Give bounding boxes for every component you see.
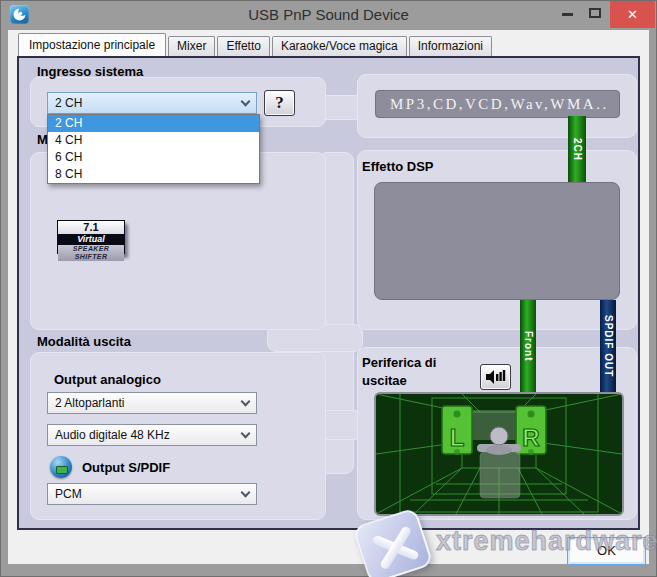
shifter-line1: 7.1: [58, 221, 124, 234]
close-icon[interactable]: ✕: [610, 1, 655, 28]
tab-informazioni[interactable]: Informazioni: [409, 36, 492, 56]
tab-mixer[interactable]: Mixer: [168, 36, 215, 56]
left-speaker: L: [442, 406, 472, 455]
ribbon-spdif-out: SPDIF OUT: [600, 300, 616, 392]
shifter-line3: SPEAKER SHIFTER: [58, 245, 124, 261]
ribbon-front-label: Front: [523, 331, 534, 362]
dropdown-option-2ch[interactable]: 2 CH: [48, 115, 259, 132]
digital-audio-value: Audio digitale 48 KHz: [55, 428, 170, 442]
speaker-test-button[interactable]: [480, 364, 511, 390]
shifter-line2: Virtual: [58, 234, 124, 245]
speaker-room-visualization: L R: [374, 392, 624, 516]
periferica-heading-line1: Periferica di: [362, 355, 436, 370]
tab-effetto[interactable]: Effetto: [217, 36, 269, 56]
client-area: Impostazione principale Mixer Effetto Ka…: [8, 30, 649, 564]
ribbon-2ch-label: 2CH: [572, 138, 583, 161]
dsp-effect-box: [374, 182, 620, 300]
analog-output-heading: Output analogico: [54, 372, 161, 387]
chevron-down-icon: [241, 396, 251, 406]
main-panel: Ingresso sistema 2 CH ? M 2 CH 4 CH 6 CH…: [17, 56, 640, 530]
right-speaker-label: R: [522, 424, 539, 451]
titlebar: USB PnP Sound Device ✕: [0, 0, 657, 30]
channel-select-value: 2 CH: [55, 96, 82, 110]
ribbon-2ch: 2CH: [568, 116, 586, 184]
tab-karaoke-voce-magica[interactable]: Karaoke/Voce magica: [272, 36, 407, 56]
uscita-heading: Modalità uscita: [37, 334, 131, 349]
ribbon-front: Front: [520, 300, 536, 392]
speaker-volume-icon: [485, 369, 506, 385]
ingresso-heading: Ingresso sistema: [37, 64, 143, 79]
ribbon-spdif-out-label: SPDIF OUT: [603, 315, 614, 377]
channel-select[interactable]: 2 CH: [47, 92, 257, 114]
speaker-count-value: 2 Altoparlanti: [55, 396, 124, 410]
left-speaker-label: L: [450, 424, 465, 451]
app-window: USB PnP Sound Device ✕ Impostazione prin…: [0, 0, 657, 577]
dsp-heading: Effetto DSP: [362, 159, 434, 174]
dropdown-option-6ch[interactable]: 6 CH: [48, 149, 259, 166]
digital-audio-select[interactable]: Audio digitale 48 KHz: [47, 424, 257, 446]
periferica-heading-line2: uscitae: [362, 373, 407, 388]
spdif-jack-icon: [50, 456, 72, 478]
spdif-heading: Output S/PDIF: [82, 460, 170, 475]
minimize-icon[interactable]: [562, 13, 573, 16]
maximize-icon[interactable]: [589, 8, 601, 18]
help-button[interactable]: ?: [264, 90, 295, 116]
spdif-format-select[interactable]: PCM: [47, 483, 257, 505]
watermark-text: xtremehardware.com: [436, 526, 657, 557]
help-button-label: ?: [275, 93, 284, 113]
dropdown-option-8ch[interactable]: 8 CH: [48, 166, 259, 183]
spdif-format-value: PCM: [55, 487, 82, 501]
window-title: USB PnP Sound Device: [0, 6, 657, 23]
room-3d-scene: L R: [376, 394, 622, 514]
virtual-speaker-shifter-button[interactable]: 7.1 Virtual SPEAKER SHIFTER: [57, 220, 125, 254]
chevron-down-icon: [241, 428, 251, 438]
source-formats-box: MP3,CD,VCD,Wav,WMA..: [375, 90, 620, 118]
channel-dropdown-list: 2 CH 4 CH 6 CH 8 CH: [47, 114, 260, 184]
speaker-count-select[interactable]: 2 Altoparlanti: [47, 392, 257, 414]
tab-strip: Impostazione principale Mixer Effetto Ka…: [18, 33, 494, 56]
tab-impostazione-principale[interactable]: Impostazione principale: [18, 33, 166, 56]
dropdown-option-4ch[interactable]: 4 CH: [48, 132, 259, 149]
chevron-down-icon: [241, 487, 251, 497]
chevron-down-icon: [241, 96, 251, 106]
